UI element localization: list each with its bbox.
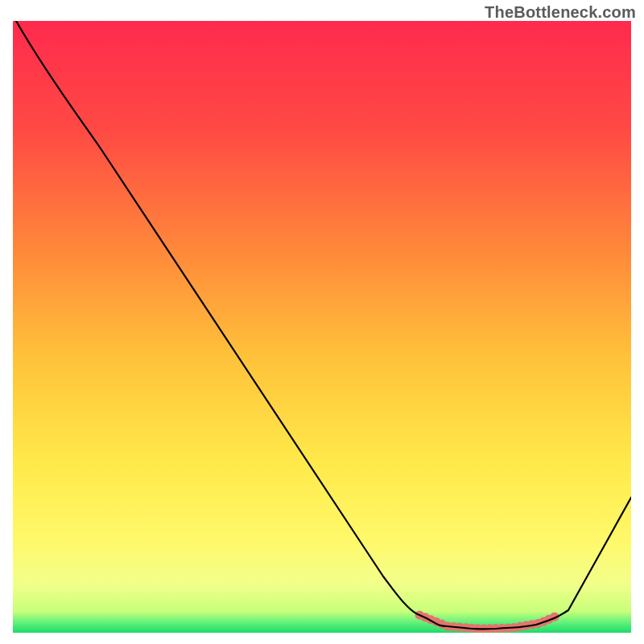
background-gradient xyxy=(13,21,631,633)
chart-container: TheBottleneck.com xyxy=(0,0,644,644)
gradient-rect xyxy=(13,21,631,633)
watermark-label: TheBottleneck.com xyxy=(485,3,636,22)
plot-area xyxy=(13,21,631,633)
